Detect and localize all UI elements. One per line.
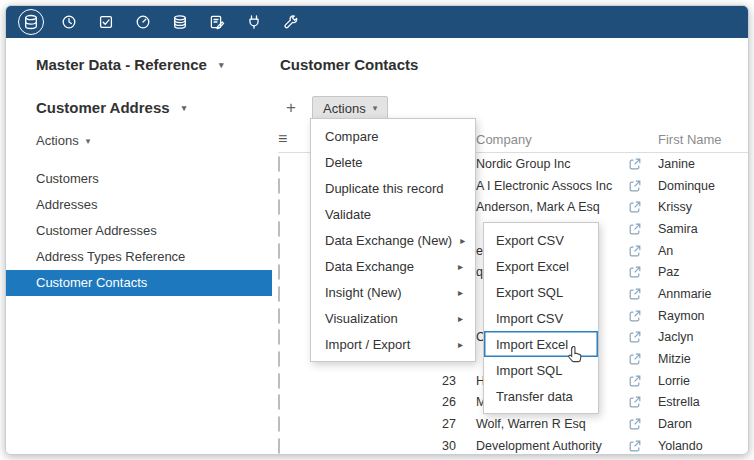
first-name-cell: Krissy	[648, 200, 748, 214]
row-checkbox[interactable]	[278, 308, 280, 324]
open-record-icon[interactable]	[622, 418, 648, 430]
record-number: 27	[312, 417, 466, 431]
dashboard-icon[interactable]	[131, 10, 155, 34]
submenu-item-label: Import CSV	[496, 311, 563, 326]
open-record-icon[interactable]	[622, 201, 648, 213]
open-record-icon[interactable]	[622, 375, 648, 387]
menu-item-visualization[interactable]: Visualization▸	[311, 305, 475, 331]
menu-item-data-exchange[interactable]: Data Exchange▸	[311, 253, 475, 279]
table-menu-icon[interactable]: ≡	[278, 130, 287, 147]
table-row[interactable]: 27 Wolf, Warren R Esq Daron	[278, 413, 748, 435]
open-record-icon[interactable]	[622, 158, 648, 170]
submenu-item-export-sql[interactable]: Export SQL	[484, 279, 598, 305]
row-checkbox[interactable]	[278, 329, 280, 345]
first-name-cell: Samira	[648, 222, 748, 236]
chevron-down-icon: ▾	[373, 103, 378, 113]
row-checkbox[interactable]	[278, 221, 280, 237]
menu-item-label: Data Exchange	[325, 259, 414, 274]
first-name-cell: Mitzie	[648, 352, 748, 366]
tasks-icon[interactable]	[94, 10, 118, 34]
add-record-button[interactable]: +	[278, 98, 304, 118]
row-checkbox[interactable]	[278, 156, 280, 172]
menu-item-label: Validate	[325, 207, 371, 222]
submenu-item-import-csv[interactable]: Import CSV	[484, 305, 598, 331]
company-cell: Anderson, Mark A Esq	[466, 200, 622, 214]
submenu-item-import-sql[interactable]: Import SQL	[484, 357, 598, 383]
menu-item-duplicate-this-record[interactable]: Duplicate this record	[311, 175, 475, 201]
open-record-icon[interactable]	[622, 245, 648, 257]
submenu-item-label: Export Excel	[496, 259, 569, 274]
section-selector[interactable]: Customer Address ▾	[6, 99, 272, 116]
workspace-selector[interactable]: Master Data - Reference ▾	[6, 56, 272, 73]
data-layers-icon[interactable]	[168, 10, 192, 34]
menu-item-validate[interactable]: Validate	[311, 201, 475, 227]
open-record-icon[interactable]	[622, 396, 648, 408]
database-icon[interactable]	[18, 9, 44, 35]
row-checkbox[interactable]	[278, 264, 280, 280]
sidebar-actions-button[interactable]: Actions ▾	[6, 133, 272, 148]
open-record-icon[interactable]	[622, 223, 648, 235]
menu-item-label: Insight (New)	[325, 285, 402, 300]
submenu-item-transfer-data[interactable]: Transfer data	[484, 383, 598, 409]
clock-icon[interactable]	[57, 10, 81, 34]
open-record-icon[interactable]	[622, 288, 648, 300]
menu-item-delete[interactable]: Delete	[311, 149, 475, 175]
submenu-arrow-icon: ▸	[458, 313, 463, 324]
open-record-icon[interactable]	[622, 331, 648, 343]
row-checkbox[interactable]	[278, 286, 280, 302]
sidebar-item-customer-addresses[interactable]: Customer Addresses	[6, 218, 272, 244]
row-checkbox[interactable]	[278, 416, 280, 432]
submenu-arrow-icon: ▸	[458, 287, 463, 298]
sidebar-item-addresses[interactable]: Addresses	[6, 192, 272, 218]
menu-item-insight-new[interactable]: Insight (New)▸	[311, 279, 475, 305]
actions-menu: Compare Delete Duplicate this record Val…	[310, 118, 476, 362]
submenu-item-import-excel[interactable]: Import Excel	[484, 331, 598, 357]
open-record-icon[interactable]	[622, 353, 648, 365]
column-header-company[interactable]: Company	[466, 132, 622, 147]
sidebar-item-customer-contacts[interactable]: Customer Contacts	[6, 270, 272, 296]
menu-item-compare[interactable]: Compare	[311, 123, 475, 149]
menu-item-label: Duplicate this record	[325, 181, 444, 196]
row-checkbox[interactable]	[278, 351, 280, 367]
wrench-icon[interactable]	[279, 10, 303, 34]
submenu-item-label: Import Excel	[496, 337, 568, 352]
row-checkbox[interactable]	[278, 178, 280, 194]
company-cell: Development Authority	[466, 439, 622, 453]
row-checkbox[interactable]	[278, 438, 280, 454]
sidebar-actions-label: Actions	[36, 133, 79, 148]
row-checkbox[interactable]	[278, 394, 280, 410]
table-row[interactable]: 30 Development Authority Yolando	[278, 435, 748, 455]
actions-button[interactable]: Actions ▾	[312, 96, 388, 120]
open-record-icon[interactable]	[622, 180, 648, 192]
menu-item-import-export[interactable]: Import / Export▸	[311, 331, 475, 357]
column-header-first-name[interactable]: First Name	[648, 132, 748, 147]
section-title: Customer Address	[36, 99, 170, 116]
first-name-cell: Dominque	[648, 179, 748, 193]
submenu-item-label: Export SQL	[496, 285, 563, 300]
chevron-down-icon: ▾	[219, 60, 224, 70]
submenu-arrow-icon: ▸	[458, 261, 463, 272]
menu-item-data-exchange-new[interactable]: Data Exchange (New)▸	[311, 227, 475, 253]
open-record-icon[interactable]	[622, 440, 648, 452]
row-checkbox[interactable]	[278, 373, 280, 389]
sidebar-item-customers[interactable]: Customers	[6, 166, 272, 192]
menu-item-label: Import / Export	[325, 337, 410, 352]
form-edit-icon[interactable]	[205, 10, 229, 34]
submenu-item-label: Transfer data	[496, 389, 573, 404]
menu-item-label: Visualization	[325, 311, 398, 326]
submenu-item-export-csv[interactable]: Export CSV	[484, 227, 598, 253]
toolbar: + Actions ▾	[272, 96, 748, 120]
chevron-down-icon: ▾	[182, 103, 187, 113]
sidebar: Master Data - Reference ▾ Customer Addre…	[6, 38, 272, 454]
company-cell: A I Electronic Assocs Inc	[466, 179, 622, 193]
first-name-cell: Lorrie	[648, 374, 748, 388]
open-record-icon[interactable]	[622, 266, 648, 278]
plug-icon[interactable]	[242, 10, 266, 34]
row-checkbox[interactable]	[278, 243, 280, 259]
row-checkbox[interactable]	[278, 199, 280, 215]
sidebar-item-address-types-reference[interactable]: Address Types Reference	[6, 244, 272, 270]
submenu-item-export-excel[interactable]: Export Excel	[484, 253, 598, 279]
first-name-cell: Daron	[648, 417, 748, 431]
record-number: 26	[312, 395, 466, 409]
open-record-icon[interactable]	[622, 310, 648, 322]
